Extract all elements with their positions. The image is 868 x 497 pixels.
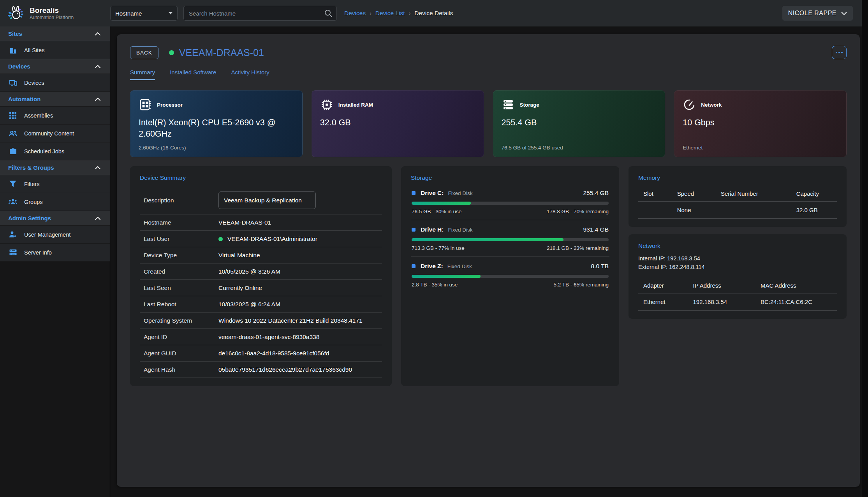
summary-row-operating-system: Operating System Windows 10 2022 Datacen… — [140, 313, 382, 329]
drive-type: Fixed Disk — [448, 227, 472, 233]
drive-c: Drive C: Fixed Disk 255.4 GB 76.5 GB - 3… — [411, 184, 609, 220]
drive-used-label: 2.8 TB - 35% in use — [412, 282, 458, 288]
sidebar-item-groups[interactable]: Groups — [0, 193, 110, 211]
detail-grid: Device Summary Description Hostname VEEA… — [130, 166, 847, 386]
sidebar-section-sites[interactable]: Sites — [0, 26, 110, 41]
summary-row-agent-hash: Agent Hash 05ba0e7935171d626ecea29b27d7a… — [140, 362, 382, 378]
scrollbar-gutter[interactable] — [862, 0, 868, 497]
row-label: Hostname — [144, 219, 218, 226]
drive-bullet-icon — [412, 228, 416, 232]
memory-capacity: 32.0 GB — [791, 202, 837, 219]
row-label: Last Seen — [144, 285, 218, 292]
drive-usage-bar — [412, 275, 609, 278]
description-input[interactable] — [218, 191, 316, 209]
network-ips: Internal IP: 192.168.3.54 External IP: 1… — [638, 254, 837, 272]
row-value: VEEAM-DRAAS-01\Administrator — [227, 235, 317, 242]
sidebar-section-admin-settings[interactable]: Admin Settings — [0, 211, 110, 226]
sidebar-item-server-info[interactable]: Server Info — [0, 244, 110, 262]
storage-title: Storage — [411, 174, 609, 181]
groups-icon — [9, 199, 17, 205]
processor-subtitle: 2.60GHz (16-Cores) — [139, 145, 186, 151]
gauge-icon — [683, 98, 696, 111]
tab-installed-software[interactable]: Installed Software — [170, 69, 216, 80]
sidebar-item-community-content[interactable]: Community Content — [0, 125, 110, 142]
app-window: Borealis Automation Platform Hostname De… — [0, 0, 862, 497]
summary-row-device-type: Device Type Virtual Machine — [140, 247, 382, 263]
device-summary-title: Device Summary — [140, 174, 382, 181]
sidebar-item-user-management[interactable]: User Management — [0, 226, 110, 244]
storage-panel: Storage Drive C: Fixed Disk 255.4 GB — [401, 166, 619, 386]
breadcrumb: Devices › Device List › Device Details — [344, 10, 453, 17]
memory-title: Memory — [638, 174, 837, 181]
drive-size: 8.0 TB — [591, 263, 609, 270]
device-tabs: Summary Installed Software Activity Hist… — [130, 69, 847, 80]
network-table: Adapter IP Address MAC Address Ethernet … — [638, 279, 837, 311]
memory-serial — [716, 202, 791, 219]
grid-icon — [9, 112, 17, 119]
external-ip: External IP: 162.248.8.114 — [638, 263, 837, 271]
breadcrumb-device-details: Device Details — [414, 10, 453, 17]
sidebar-item-label: Groups — [24, 199, 43, 205]
brand-tagline: Automation Platform — [30, 15, 74, 20]
sidebar-item-filters[interactable]: Filters — [0, 175, 110, 193]
drive-bullet-icon — [412, 264, 416, 268]
storage-card: Storage 255.4 GB 76.5 GB of 255.4 GB use… — [493, 90, 666, 157]
row-value: 10/05/2025 @ 3:26 AM — [218, 268, 382, 275]
network-ip: 192.168.3.54 — [688, 293, 755, 311]
breadcrumb-separator: › — [409, 10, 411, 16]
disk-stack-icon — [502, 98, 515, 111]
sidebar-item-label: User Management — [24, 232, 70, 238]
caret-down-icon — [169, 12, 173, 14]
row-label: Agent GUID — [144, 350, 218, 357]
sidebar-item-all-sites[interactable]: All Sites — [0, 41, 110, 59]
tab-activity-history[interactable]: Activity History — [231, 69, 269, 80]
row-value: veeam-draas-01-agent-svc-8930a338 — [218, 334, 382, 341]
user-menu-button[interactable]: NICOLE RAPPE — [782, 6, 853, 21]
stat-card-title: Network — [701, 102, 722, 108]
people-icon — [9, 130, 17, 137]
borealis-rabbit-logo — [6, 4, 25, 23]
device-details-panel: BACK VEEAM-DRAAS-01 Summary Installed So… — [117, 34, 860, 487]
back-button[interactable]: BACK — [130, 46, 158, 59]
drive-name: Drive C: — [421, 190, 444, 197]
stat-card-title: Installed RAM — [338, 102, 373, 108]
memory-header-speed: Speed — [672, 187, 716, 202]
sidebar-section-automation[interactable]: Automation — [0, 92, 110, 107]
search-icon — [324, 9, 333, 18]
processor-value: Intel(R) Xeon(R) CPU E5-2690 v3 @ 2.60GH… — [139, 117, 294, 140]
devices-icon — [9, 79, 17, 86]
chevron-up-icon — [95, 98, 100, 101]
device-header: BACK VEEAM-DRAAS-01 — [130, 46, 847, 59]
more-actions-button[interactable] — [832, 46, 847, 59]
breadcrumb-separator: › — [370, 10, 371, 16]
briefcase-icon — [9, 148, 17, 155]
memory-slot — [638, 202, 672, 219]
sidebar-item-assemblies[interactable]: Assemblies — [0, 107, 110, 125]
drive-remaining-label: 178.8 GB - 70% remaining — [547, 209, 609, 214]
memory-speed: None — [672, 202, 716, 219]
memory-header-serial: Serial Number — [716, 187, 791, 202]
network-panel: Network Internal IP: 192.168.3.54 Extern… — [629, 234, 847, 319]
sidebar-section-devices[interactable]: Devices — [0, 59, 110, 74]
tab-summary[interactable]: Summary — [130, 69, 155, 80]
stat-card-title: Storage — [520, 102, 539, 108]
brand: Borealis Automation Platform — [0, 4, 110, 23]
device-summary-panel: Device Summary Description Hostname VEEA… — [130, 166, 392, 386]
sidebar-item-label: Filters — [24, 181, 39, 187]
row-label: Created — [144, 268, 218, 275]
drive-used-label: 76.5 GB - 30% in use — [412, 209, 461, 214]
sidebar-item-scheduled-jobs[interactable]: Scheduled Jobs — [0, 142, 110, 160]
row-value: 05ba0e7935171d626ecea29b27d7ae175363cd90 — [218, 366, 382, 373]
breadcrumb-device-list[interactable]: Device List — [375, 10, 405, 17]
breadcrumb-devices[interactable]: Devices — [344, 10, 366, 17]
network-card: Network 10 Gbps Ethernet — [674, 90, 847, 157]
search-input[interactable] — [183, 6, 337, 21]
drive-usage-bar — [412, 202, 609, 205]
user-gear-icon — [9, 231, 17, 238]
device-summary-table: Description Hostname VEEAM-DRAAS-01 Last… — [140, 186, 382, 378]
sidebar-section-filters-groups[interactable]: Filters & Groups — [0, 160, 110, 175]
summary-row-created: Created 10/05/2025 @ 3:26 AM — [140, 263, 382, 280]
search-field-select[interactable]: Hostname — [110, 6, 178, 21]
server-icon — [9, 249, 17, 256]
sidebar-item-devices[interactable]: Devices — [0, 74, 110, 92]
